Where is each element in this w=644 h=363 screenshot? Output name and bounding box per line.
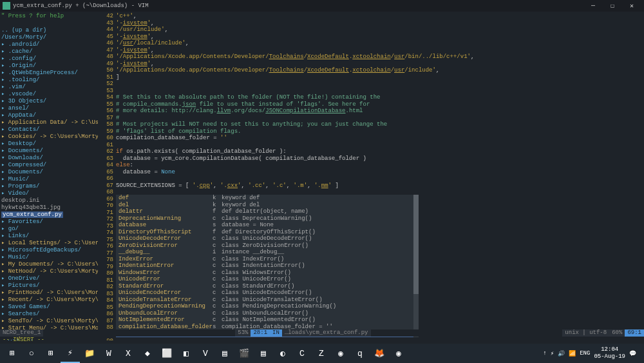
sidebar-item[interactable]: ▸ .android/ [1, 41, 97, 48]
taskbar-app-icon[interactable]: W [99, 344, 118, 363]
taskbar-app-icon[interactable]: 📁 [80, 344, 99, 363]
code-line[interactable]: 53 [98, 88, 644, 95]
completion-item[interactable]: DeprecationWarningcclass DeprecationWarn… [116, 215, 419, 222]
sidebar-item[interactable]: ▸ ansel/ [1, 105, 97, 112]
tray-network-icon[interactable]: ⚡ [551, 350, 554, 357]
code-line[interactable]: 64else: [98, 162, 644, 169]
sidebar-item[interactable]: ▸ Compressed/ [1, 162, 97, 169]
code-line[interactable]: 48'/Applications/Xcode.app/Contents/Deve… [98, 54, 644, 61]
completion-item[interactable]: StandardErrorcclass StandardError() [116, 283, 419, 290]
completion-item[interactable]: UnicodeTranslateErrorcclass UnicodeTrans… [116, 297, 419, 304]
completion-item[interactable]: NotImplementedErrorcclass NotImplemented… [116, 317, 419, 324]
code-line[interactable]: 43'-isystem', [98, 20, 644, 27]
code-line[interactable]: 46'/usr/local/include', [98, 40, 644, 47]
sidebar-item[interactable]: ▸ .cache/ [1, 48, 97, 55]
code-line[interactable]: 51] [98, 74, 644, 81]
completion-item[interactable]: ZeroDivisionErrorcclass ZeroDivisionErro… [116, 242, 419, 250]
tray-wifi-icon[interactable]: 📶 [569, 350, 576, 357]
system-tray[interactable]: ↑ ⚡ 🔊 📶 ENG 12:04 05-Aug-19 💬 [543, 346, 641, 360]
taskbar-app-icon[interactable]: 🎬 [234, 344, 254, 363]
sidebar-item[interactable]: ▸ Video/ [1, 190, 97, 197]
taskbar-app-icon[interactable]: ◧ [176, 344, 196, 363]
sidebar-item[interactable]: ▸ SendTo/ -> C:\Users\Morty\App [1, 318, 97, 325]
completion-item[interactable]: databasesdatabase = None [116, 222, 419, 229]
taskbar-app-icon[interactable]: ⬜ [157, 344, 176, 363]
completion-item[interactable]: UnicodeEncodeErrorcclass UnicodeEncodeEr… [116, 289, 419, 297]
code-line[interactable]: 50'/Applications/Xcode.app/Contents/Deve… [98, 67, 644, 74]
editor-pane[interactable]: 42'c++',43'-isystem',44'/usr/include',45… [98, 12, 644, 340]
sidebar-item[interactable]: ▸ Desktop/ [1, 141, 97, 148]
sidebar-item[interactable]: ▸ PrintHood/ -> C:\Users\Morty\ [1, 289, 97, 297]
sidebar-item[interactable]: ▸ .QtWebEngineProcess/ [1, 70, 97, 77]
sidebar-item[interactable]: ▸ Documents/ [1, 148, 97, 155]
completion-item[interactable]: IndentationErrorcclass IndentationError(… [116, 262, 419, 270]
tray-clock[interactable]: 12:04 05-Aug-19 [594, 346, 625, 360]
code-line[interactable]: 54# Set this to the absolute path to the… [98, 94, 644, 101]
taskbar-app-icon[interactable]: ○ [22, 344, 41, 363]
tray-language[interactable]: ENG [580, 350, 590, 357]
completion-item[interactable]: delattrfdef delattr(object, name) [116, 208, 419, 215]
taskbar-app-icon[interactable]: 🦊 [370, 344, 389, 363]
sidebar-item[interactable]: ▸ go/ [1, 226, 97, 233]
code-line[interactable]: 49'-isystem', [98, 61, 644, 68]
code-line[interactable]: 58# Most projects will NOT need to set t… [98, 121, 644, 128]
tray-up-icon[interactable]: ↑ [543, 350, 546, 357]
sidebar-item[interactable]: ▸ Documents/ [1, 169, 97, 176]
code-line[interactable]: 42'c++', [98, 13, 644, 20]
code-line[interactable]: 52 [98, 81, 644, 88]
taskbar-app-icon[interactable]: ▤ [254, 344, 273, 363]
completion-popup[interactable]: defkkeyword defdelkkeyword deldelattrfde… [116, 195, 419, 337]
sidebar-item[interactable]: ▸ NetHood/ -> C:\Users\Morty\Ap [1, 268, 97, 275]
sidebar-item[interactable]: ▸ Pictures/ [1, 282, 97, 289]
code-line[interactable]: 45'-isystem', [98, 34, 644, 41]
completion-item[interactable]: UnboundLocalErrorcclass UnboundLocalErro… [116, 310, 419, 317]
sidebar-item[interactable]: ▸ Favorites/ [1, 219, 97, 226]
taskbar-app-icon[interactable]: ◉ [331, 344, 350, 363]
sidebar-item[interactable]: ▸ .config/ [1, 55, 97, 63]
nerdtree-sidebar[interactable]: " Press ? for help .. (up a dir)/Users/M… [0, 12, 98, 340]
sidebar-item[interactable]: ▸ OneDrive/ [1, 275, 97, 282]
taskbar-app-icon[interactable]: ⊞ [3, 344, 22, 363]
taskbar-app-icon[interactable]: Z [312, 344, 331, 363]
sidebar-item[interactable]: /Users/Morty/ [1, 34, 97, 41]
code-line[interactable]: 57# [98, 115, 644, 122]
minimize-button[interactable]: ─ [583, 0, 603, 12]
maximize-button[interactable]: ☐ [603, 0, 622, 12]
completion-item[interactable]: defkkeyword def [116, 195, 419, 202]
code-line[interactable]: 56# more details: http://clang.llvm.org/… [98, 108, 644, 115]
completion-item[interactable]: DirectoryOfThisScriptfdef DirectoryOfThi… [116, 229, 419, 236]
tray-notifications-icon[interactable]: 💬 [629, 350, 636, 357]
code-line[interactable]: 65 database = None [98, 169, 644, 176]
sidebar-item[interactable]: ▸ Application Data/ -> C:\Users [1, 119, 97, 126]
taskbar-app-icon[interactable]: q [350, 344, 370, 363]
sidebar-item[interactable]: ▸ Saved Games/ [1, 304, 97, 311]
windows-taskbar[interactable]: ⊞○⊞⚡📁WX◆⬜◧V▤🎬▤◐CZ◉q🦊◉ ↑ ⚡ 🔊 📶 ENG 12:04 … [0, 344, 644, 363]
code-line[interactable]: 67SOURCE_EXTENSIONS = [ '.cpp', '.cxx', … [98, 182, 644, 190]
sidebar-item[interactable]: ▸ Searches/ [1, 311, 97, 318]
sidebar-item[interactable]: ▸ MicrosoftEdgeBackups/ [1, 247, 97, 254]
sidebar-item[interactable]: ▸ .vscode/ [1, 91, 97, 98]
tray-volume-icon[interactable]: 🔊 [558, 350, 565, 357]
taskbar-app-icon[interactable]: ⊞ [41, 344, 61, 363]
taskbar-app-icon[interactable]: ◐ [273, 344, 292, 363]
code-line[interactable]: 63 database = ycm_core.CompilationDataba… [98, 155, 644, 162]
sidebar-item[interactable]: ▸ Links/ [1, 233, 97, 240]
taskbar-app-icon[interactable]: ◉ [389, 344, 408, 363]
sidebar-item[interactable]: ▸ AppData/ [1, 112, 97, 119]
sidebar-item[interactable]: hykwtq43qbe31.jpg [1, 204, 97, 211]
sidebar-item[interactable]: ▸ Cookies/ -> C:\Users\Morty\Ap [1, 133, 97, 141]
sidebar-item[interactable]: ▸ Programs/ [1, 183, 97, 190]
completion-item[interactable]: PendingDeprecationWarningcclass PendingD… [116, 303, 419, 310]
sidebar-item[interactable]: ▸ Recent/ -> C:\Users\Morty\App [1, 297, 97, 304]
code-line[interactable]: 47'-isystem', [98, 47, 644, 54]
sidebar-item[interactable]: desktop.ini [1, 197, 97, 204]
code-line[interactable]: 44'/usr/include', [98, 26, 644, 34]
popup-scroll-thumb[interactable] [413, 195, 419, 294]
code-line[interactable]: 61 [98, 142, 644, 149]
sidebar-item[interactable]: ▸ Local Settings/ -> C:\Users\M [1, 240, 97, 247]
code-line[interactable]: 59# 'flags' list of compilation flags. [98, 128, 644, 135]
sidebar-item[interactable]: ▸ .vim/ [1, 84, 97, 91]
taskbar-app-icon[interactable]: ⚡ [61, 344, 80, 363]
code-line[interactable]: 55# compile_commands.json file to use th… [98, 101, 644, 108]
taskbar-app-icon[interactable]: X [118, 344, 138, 363]
